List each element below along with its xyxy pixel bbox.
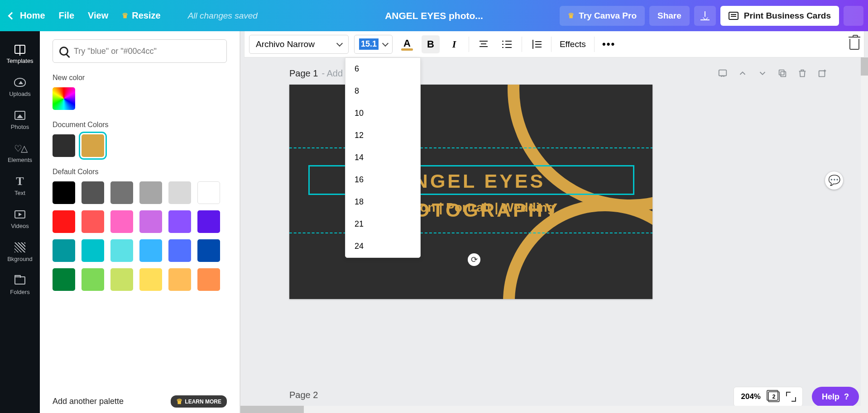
alignment-button[interactable] [475,35,493,53]
list-button[interactable] [498,35,516,53]
zoom-control[interactable]: 204% 2 [734,387,803,407]
horizontal-scrollbar[interactable] [240,406,861,413]
default-color-swatch[interactable] [139,268,162,291]
default-color-swatch[interactable] [168,210,191,233]
rail-videos[interactable]: Videos [0,203,40,236]
svg-rect-0 [719,70,727,76]
font-size-option[interactable]: 21 [345,213,420,235]
font-size-option[interactable]: 12 [345,124,420,147]
svg-rect-3 [819,71,825,77]
move-down-icon[interactable] [758,68,767,78]
design-canvas[interactable]: ANGEL EYES PHOTOGRAPHY Fashion | Portrai… [289,85,652,299]
default-color-swatch[interactable] [168,268,191,291]
spacing-button[interactable] [528,35,546,53]
font-size-option[interactable]: 10 [345,102,420,124]
font-size-dropdown[interactable]: 6810121416182124 [345,57,421,258]
font-size-selector[interactable]: 15.1 [354,35,393,54]
default-color-swatch[interactable] [82,268,104,291]
font-size-option[interactable]: 24 [345,235,420,257]
font-size-option[interactable]: 8 [345,80,420,102]
vertical-scrollbar[interactable] [861,57,868,413]
resize-label: Resize [132,10,160,21]
default-color-swatch[interactable] [139,181,162,204]
print-button[interactable]: Print Business Cards [720,6,839,26]
color-search[interactable] [53,39,227,63]
font-selector[interactable]: Archivo Narrow [249,35,349,54]
default-color-swatch[interactable] [110,239,133,262]
default-color-swatch[interactable] [197,181,220,204]
chevron-left-icon [8,12,16,19]
default-color-swatch[interactable] [53,181,75,204]
learn-more-button[interactable]: ♛ LEARN MORE [171,395,227,408]
download-button[interactable] [694,6,716,26]
default-color-swatch[interactable] [82,210,104,233]
bold-button[interactable]: B [422,35,440,53]
rail-videos-label: Videos [11,223,29,229]
effects-button[interactable]: Effects [557,39,589,49]
comment-button[interactable]: 💬 [825,171,843,190]
default-color-swatch[interactable] [110,268,133,291]
default-color-swatch[interactable] [82,239,104,262]
print-icon [729,12,739,20]
doc-color-swatch[interactable] [82,134,104,157]
spacing-icon [532,40,542,49]
default-color-swatch[interactable] [110,210,133,233]
default-color-swatch[interactable] [168,181,191,204]
default-color-swatch[interactable] [53,210,75,233]
font-size-option[interactable]: 18 [345,191,420,213]
default-color-swatch[interactable] [197,239,220,262]
home-label: Home [20,10,45,21]
doc-color-swatch[interactable] [53,134,75,157]
move-up-icon[interactable] [738,68,748,78]
notes-icon[interactable] [718,68,728,78]
rail-templates[interactable]: Templates [0,38,40,71]
help-button[interactable]: Help ? [812,387,859,407]
default-color-swatch[interactable] [53,239,75,262]
default-color-swatch[interactable] [197,268,220,291]
font-size-option[interactable]: 16 [345,169,420,191]
default-color-swatch[interactable] [197,210,220,233]
file-menu[interactable]: File [59,10,74,21]
default-color-swatch[interactable] [110,181,133,204]
default-color-swatch[interactable] [139,239,162,262]
rail-elements[interactable]: ♡△ Elements [0,137,40,170]
more-text-button[interactable]: ••• [600,35,618,53]
rail-background[interactable]: Bkground [0,236,40,269]
document-title[interactable]: ANGEL EYES photo... [385,10,483,21]
chevron-down-icon [382,40,388,46]
font-size-option[interactable]: 14 [345,147,420,169]
color-search-input[interactable] [74,47,220,56]
view-menu[interactable]: View [88,10,108,21]
print-label: Print Business Cards [744,11,831,21]
rail-uploads-label: Uploads [9,90,31,97]
add-palette-link[interactable]: Add another palette [53,397,124,406]
rail-folders[interactable]: Folders [0,269,40,302]
home-button[interactable]: Home [9,10,45,21]
new-color-swatch[interactable] [53,87,75,110]
new-color-label: New color [53,74,227,82]
elements-icon: ♡△ [14,143,26,154]
rail-uploads[interactable]: Uploads [0,71,40,104]
font-size-option[interactable]: 6 [345,58,420,80]
default-color-swatch[interactable] [82,181,104,204]
pages-icon[interactable]: 2 [768,391,780,402]
try-pro-button[interactable]: ♛ Try Canva Pro [560,6,645,26]
delete-page-icon[interactable] [797,68,807,78]
default-color-swatch[interactable] [168,239,191,262]
duplicate-icon[interactable] [777,68,787,78]
page-controls [718,68,827,78]
default-color-swatch[interactable] [53,268,75,291]
italic-button[interactable]: I [445,35,463,53]
add-page-icon[interactable] [817,68,827,78]
card-subtitle-text[interactable]: Fashion | Portrait | Wedding [289,200,652,215]
more-menu-button[interactable] [844,6,863,26]
resize-menu[interactable]: ♛ Resize [122,10,160,21]
default-color-swatch[interactable] [139,210,162,233]
share-button[interactable]: Share [649,6,690,26]
delete-button[interactable] [849,39,859,50]
text-color-button[interactable]: A [398,35,416,53]
rail-text[interactable]: T Text [0,170,40,203]
crown-icon: ♛ [568,11,574,20]
fullscreen-icon[interactable] [787,393,795,401]
rail-photos[interactable]: Photos [0,104,40,137]
